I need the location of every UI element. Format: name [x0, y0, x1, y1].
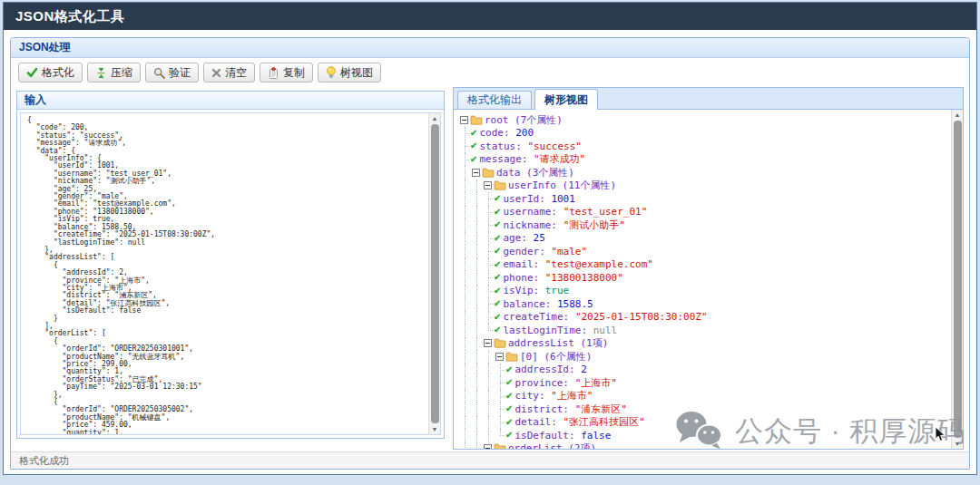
- check-icon: ✔: [505, 365, 513, 374]
- check-icon: ✔: [505, 431, 513, 440]
- check-icon: ✔: [505, 378, 513, 387]
- check-icon: ✔: [494, 286, 501, 296]
- scroll-down-arrow[interactable]: ▼: [432, 424, 438, 434]
- tree-node-key: gender:: [503, 246, 551, 257]
- tree-expander-icon[interactable]: [472, 169, 480, 177]
- tree-indent-guide: [472, 206, 484, 219]
- tree-node[interactable]: ✔city: "上海市": [460, 390, 951, 403]
- tree-indent-guide: [460, 350, 472, 364]
- tree-node-key: createTime:: [503, 311, 574, 323]
- tree-node[interactable]: ✔isVip: true: [460, 285, 951, 298]
- check-icon: ✔: [505, 404, 513, 413]
- tree-node[interactable]: ✔balance: 1588.5: [460, 297, 951, 311]
- compress-button[interactable]: 压缩: [87, 63, 141, 82]
- tree-node[interactable]: ✔message: "请求成功": [460, 153, 951, 167]
- tree-node-key: city:: [514, 390, 551, 402]
- tree-elbow-connector: [484, 258, 494, 272]
- tree-node-value: false: [581, 430, 611, 441]
- tree-node[interactable]: root (7个属性): [460, 113, 951, 127]
- tree-node[interactable]: ✔detail: "张江高科技园区": [460, 416, 951, 430]
- validate-button[interactable]: 验证: [145, 63, 199, 82]
- tree-node-value: "浦东新区": [575, 403, 627, 416]
- tree-scroll-thumb[interactable]: [954, 121, 962, 438]
- tree-elbow-connector: [484, 285, 494, 298]
- tree-node[interactable]: ✔status: "success": [460, 140, 951, 153]
- tree-node-value: null: [593, 325, 618, 336]
- tree-view: root (7个属性)✔code: 200✔status: "success"✔…: [454, 110, 951, 449]
- tree-scroll-down-arrow[interactable]: ▼: [955, 439, 961, 449]
- tree-indent-guide: [472, 429, 484, 442]
- tree-indent-guide: [472, 285, 484, 298]
- tree-node[interactable]: ✔username: "test_user_01": [460, 206, 951, 219]
- tree-node[interactable]: ✔addressId: 2: [460, 364, 951, 377]
- tree-indent-guide: [472, 364, 484, 377]
- tree-node[interactable]: ✔nickname: "测试小助手": [460, 218, 951, 232]
- tree-node[interactable]: ✔district: "浦东新区": [460, 403, 951, 416]
- tree-node-key: userId:: [503, 193, 551, 205]
- folder-icon: [494, 443, 508, 449]
- tree-node[interactable]: ✔province: "上海市": [460, 376, 951, 390]
- input-scrollbar[interactable]: ▲ ▼: [428, 113, 440, 434]
- tree-folder-label: root (7个属性): [485, 113, 563, 127]
- tree-node[interactable]: ✔phone: "13800138000": [460, 271, 951, 285]
- tree-node[interactable]: ✔email: "test@example.com": [460, 258, 951, 272]
- tree-indent-guide: [460, 324, 472, 337]
- tree-node-key: code:: [479, 127, 515, 139]
- tree-node-value: true: [545, 285, 570, 296]
- tree-node[interactable]: userInfo (11个属性): [460, 179, 951, 193]
- clear-button[interactable]: 清空: [203, 63, 255, 82]
- tree-scroll-up-arrow[interactable]: ▲: [955, 110, 961, 120]
- tab-tree-view[interactable]: 树形视图: [534, 89, 598, 110]
- tree-node-key: addressId:: [514, 364, 581, 375]
- tree-node-value: "上海市": [575, 376, 617, 390]
- tree-node[interactable]: ✔lastLoginTime: null: [460, 324, 951, 337]
- tree-indent-guide: [460, 258, 472, 272]
- folder-icon: [494, 180, 508, 190]
- tree-indent-guide: [460, 376, 472, 390]
- scroll-thumb[interactable]: [431, 124, 439, 423]
- output-tabs: 格式化输出 树形视图: [454, 88, 963, 110]
- tree-indent-guide: [484, 416, 495, 430]
- tree-indent-guide: [472, 390, 484, 403]
- format-button[interactable]: 格式化: [18, 63, 83, 82]
- tree-node-value: "2025-01-15T08:30:00Z": [575, 311, 708, 323]
- tree-node[interactable]: ✔isDefault: false: [460, 429, 951, 442]
- tree-expander-icon[interactable]: [484, 181, 492, 189]
- tree-node[interactable]: ✔code: 200: [460, 127, 951, 141]
- tree-folder-label: orderList (2项): [508, 441, 596, 449]
- tree-node[interactable]: data (3个属性): [460, 166, 951, 179]
- tree-node-value: "success": [527, 141, 582, 152]
- tree-indent-guide: [472, 337, 484, 351]
- tree-folder-label: data (3个属性): [496, 166, 574, 179]
- tree-indent-guide: [460, 442, 472, 450]
- scroll-up-arrow[interactable]: ▲: [432, 113, 438, 123]
- tree-node[interactable]: [0] (6个属性): [460, 350, 951, 364]
- tree-scrollbar[interactable]: ▲ ▼: [951, 110, 963, 449]
- tree-node[interactable]: ✔age: 25: [460, 232, 951, 246]
- tree-node[interactable]: orderList (2项): [460, 442, 951, 450]
- tree-indent-guide: [460, 245, 472, 258]
- tree-expander-icon[interactable]: [460, 116, 468, 124]
- tree-node-key: district:: [514, 403, 574, 415]
- tab-formatted-output[interactable]: 格式化输出: [457, 91, 532, 109]
- tree-node[interactable]: ✔userId: 1001: [460, 192, 951, 206]
- treeview-button[interactable]: 树视图: [318, 63, 381, 82]
- tree-expander-icon[interactable]: [495, 353, 504, 361]
- copy-button[interactable]: 复制: [260, 63, 313, 82]
- tree-node[interactable]: ✔gender: "male": [460, 245, 951, 258]
- tree-indent-guide: [472, 311, 484, 325]
- copy-button-label: 复制: [283, 65, 305, 81]
- tree-expander-icon[interactable]: [484, 444, 492, 449]
- tree-elbow-connector: [495, 390, 505, 403]
- tree-expander-icon[interactable]: [484, 339, 492, 347]
- check-icon: ✔: [505, 418, 513, 427]
- tree-elbow-connector: [495, 429, 505, 442]
- tree-indent-guide: [484, 364, 495, 377]
- json-input-textarea[interactable]: { "code": 200, "status": "success", "mes…: [21, 113, 428, 434]
- tree-folder-label: addressList (1项): [508, 336, 608, 350]
- tree-node[interactable]: ✔createTime: "2025-01-15T08:30:00Z": [460, 311, 951, 325]
- input-wrap: { "code": 200, "status": "success", "mes…: [17, 110, 444, 438]
- tree-node[interactable]: addressList (1项): [460, 337, 951, 351]
- tree-folder-label: [0] (6个属性): [520, 350, 592, 364]
- check-icon: ✔: [494, 220, 501, 229]
